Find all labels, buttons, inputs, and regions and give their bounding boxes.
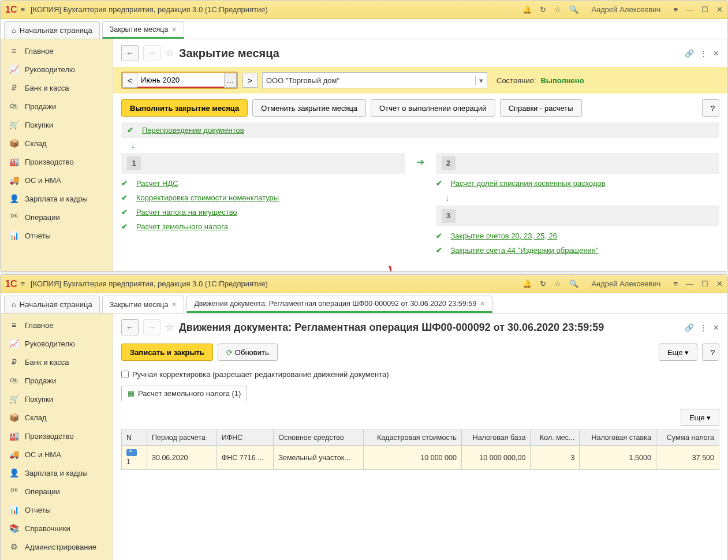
sidebar-item-production[interactable]: 🏭Производство bbox=[1, 152, 113, 171]
operation-link[interactable]: Расчет земельного налога bbox=[136, 222, 228, 231]
sidebar-item-assets[interactable]: 🚚ОС и НМА bbox=[1, 171, 113, 189]
sidebar-item-operations[interactable]: ᴰᴷОперации bbox=[1, 482, 113, 501]
period-next-button[interactable]: > bbox=[242, 73, 257, 88]
maximize-icon[interactable]: ☐ bbox=[701, 279, 708, 288]
operation-row: ✔Закрытие счетов 20, 23, 25, 26 bbox=[436, 229, 720, 243]
col-amount[interactable]: Сумма налога bbox=[656, 430, 719, 446]
sidebar-item-hr[interactable]: 👤Зарплата и кадры bbox=[1, 189, 113, 208]
operation-link[interactable]: Закрытие счетов 20, 23, 25, 26 bbox=[451, 232, 557, 240]
sidebar-item-hr[interactable]: 👤Зарплата и кадры bbox=[1, 464, 113, 482]
operation-link[interactable]: Корректировка стоимости номенклатуры bbox=[136, 193, 279, 202]
sidebar-item-purchases[interactable]: 🛒Покупки bbox=[1, 390, 113, 408]
bell-icon[interactable]: 🔔 bbox=[522, 5, 532, 14]
sidebar-item-manager[interactable]: 📈Руководителю bbox=[1, 60, 113, 79]
sidebar-item-bank[interactable]: ₽Банк и касса bbox=[1, 79, 113, 97]
close-window-icon[interactable]: ✕ bbox=[716, 5, 723, 14]
sidebar-item-reports[interactable]: 📊Отчеты bbox=[1, 226, 113, 245]
report-button[interactable]: Отчет о выполнении операций bbox=[371, 99, 495, 117]
close-tab-icon[interactable]: ✕ bbox=[480, 300, 485, 308]
more-icon[interactable]: ⋮ bbox=[700, 323, 707, 332]
references-button[interactable]: Справки - расчеты bbox=[500, 99, 582, 117]
bell-icon[interactable]: 🔔 bbox=[522, 279, 532, 288]
search-icon[interactable]: 🔍 bbox=[569, 5, 578, 14]
favorite-icon[interactable]: ☆ bbox=[165, 47, 174, 59]
sidebar-item-catalogs[interactable]: 📚Справочники bbox=[1, 519, 113, 537]
forward-button[interactable]: → bbox=[143, 319, 160, 335]
operation-link[interactable]: Расчет долей списания косвенных расходов bbox=[451, 179, 606, 188]
home-tab[interactable]: ⌂ Начальная страница bbox=[4, 296, 100, 313]
history-icon[interactable]: ↻ bbox=[540, 5, 546, 14]
operation-link[interactable]: Перепроведение документов bbox=[142, 126, 244, 135]
settings-icon[interactable]: ≡ bbox=[673, 279, 678, 288]
sidebar-item-production[interactable]: 🏭Производство bbox=[1, 427, 113, 445]
back-button[interactable]: ← bbox=[121, 319, 139, 335]
sidebar-item-operations[interactable]: ᴰᴷОперации bbox=[1, 208, 113, 226]
organization-select[interactable]: ООО "Торговый дом" ▾ bbox=[262, 72, 487, 88]
minimize-icon[interactable]: — bbox=[686, 5, 693, 14]
sidebar-item-sales[interactable]: 🛍Продажи bbox=[1, 97, 113, 115]
forward-button[interactable]: → bbox=[143, 45, 160, 61]
sidebar-item-main[interactable]: ≡Главное bbox=[1, 313, 113, 334]
col-rate[interactable]: Налоговая ставка bbox=[580, 430, 656, 446]
help-button[interactable]: ? bbox=[702, 344, 719, 361]
sidebar-item-warehouse[interactable]: 📦Склад bbox=[1, 408, 113, 427]
back-button[interactable]: ← bbox=[121, 45, 139, 61]
sidebar-item-admin[interactable]: ⚙Администрирование bbox=[1, 537, 113, 556]
link-icon[interactable]: 🔗 bbox=[685, 323, 694, 332]
tab-document-movements[interactable]: Движения документа: Регламентная операци… bbox=[186, 296, 492, 313]
col-ifns[interactable]: ИФНС bbox=[216, 430, 274, 446]
sidebar-item-warehouse[interactable]: 📦Склад bbox=[1, 134, 113, 152]
col-months[interactable]: Кол. мес... bbox=[531, 430, 580, 446]
close-page-icon[interactable]: ✕ bbox=[713, 49, 719, 58]
col-asset[interactable]: Основное средство bbox=[274, 430, 363, 446]
user-name[interactable]: Андрей Алексеевич bbox=[591, 5, 660, 14]
col-taxbase[interactable]: Налоговая база bbox=[461, 430, 530, 446]
close-tab-icon[interactable]: ✕ bbox=[171, 301, 177, 308]
sidebar-item-manager[interactable]: 📈Руководителю bbox=[1, 334, 113, 353]
settings-icon[interactable]: ≡ bbox=[673, 5, 678, 14]
operation-link[interactable]: Расчет налога на имущество bbox=[136, 208, 237, 216]
table-more-button[interactable]: Еще ▾ bbox=[681, 409, 719, 426]
maximize-icon[interactable]: ☐ bbox=[701, 5, 708, 14]
tab-month-close[interactable]: Закрытие месяца ✕ bbox=[102, 21, 185, 39]
operation-link[interactable]: Закрытие счета 44 "Издержки обращения" bbox=[451, 246, 599, 255]
sidebar-item-bank[interactable]: ₽Банк и касса bbox=[1, 353, 113, 371]
tab-month-close[interactable]: Закрытие месяца ✕ bbox=[102, 296, 185, 313]
more-icon[interactable]: ⋮ bbox=[700, 49, 707, 58]
period-picker-button[interactable]: … bbox=[224, 73, 237, 88]
history-icon[interactable]: ↻ bbox=[540, 279, 546, 288]
sidebar-item-purchases[interactable]: 🛒Покупки bbox=[1, 115, 113, 134]
operation-link[interactable]: Расчет НДС bbox=[136, 179, 178, 188]
period-prev-button[interactable]: < bbox=[122, 73, 137, 88]
col-cadastral[interactable]: Кадастровая стоимость bbox=[363, 430, 461, 446]
manual-edit-checkbox[interactable] bbox=[121, 371, 129, 378]
col-n[interactable]: N bbox=[122, 430, 147, 446]
menu-icon[interactable]: ≡ bbox=[20, 279, 25, 288]
link-icon[interactable]: 🔗 bbox=[685, 49, 694, 58]
close-page-icon[interactable]: ✕ bbox=[713, 323, 719, 332]
close-window-icon[interactable]: ✕ bbox=[716, 279, 723, 288]
period-input[interactable] bbox=[137, 73, 224, 88]
close-tab-icon[interactable]: ✕ bbox=[171, 26, 177, 33]
refresh-button[interactable]: ⟳Обновить bbox=[218, 344, 278, 361]
execute-close-button[interactable]: Выполнить закрытие месяца bbox=[121, 99, 248, 117]
more-button[interactable]: Еще ▾ bbox=[659, 344, 697, 361]
star-icon[interactable]: ☆ bbox=[554, 5, 561, 14]
subtab-land-tax[interactable]: ▦ Расчет земельного налога (1) bbox=[121, 386, 247, 401]
star-icon[interactable]: ☆ bbox=[554, 279, 561, 288]
table-row[interactable]: 1 30.06.2020 ФНС 7716 ... Земельный учас… bbox=[122, 446, 719, 470]
help-button[interactable]: ? bbox=[702, 99, 719, 117]
sidebar-item-assets[interactable]: 🚚ОС и НМА bbox=[1, 445, 113, 464]
menu-icon[interactable]: ≡ bbox=[20, 5, 25, 14]
home-tab[interactable]: ⌂ Начальная страница bbox=[4, 21, 100, 39]
sidebar-item-reports[interactable]: 📊Отчеты bbox=[1, 501, 113, 519]
minimize-icon[interactable]: — bbox=[686, 279, 693, 288]
col-period[interactable]: Период расчета bbox=[147, 430, 217, 446]
cancel-close-button[interactable]: Отменить закрытие месяца bbox=[252, 99, 366, 117]
user-name[interactable]: Андрей Алексеевич bbox=[591, 279, 660, 288]
sidebar-item-sales[interactable]: 🛍Продажи bbox=[1, 371, 113, 390]
favorite-icon[interactable]: ☆ bbox=[165, 321, 174, 334]
sidebar-item-main[interactable]: ≡Главное bbox=[1, 39, 113, 60]
search-icon[interactable]: 🔍 bbox=[569, 279, 578, 288]
save-close-button[interactable]: Записать и закрыть bbox=[121, 344, 213, 361]
